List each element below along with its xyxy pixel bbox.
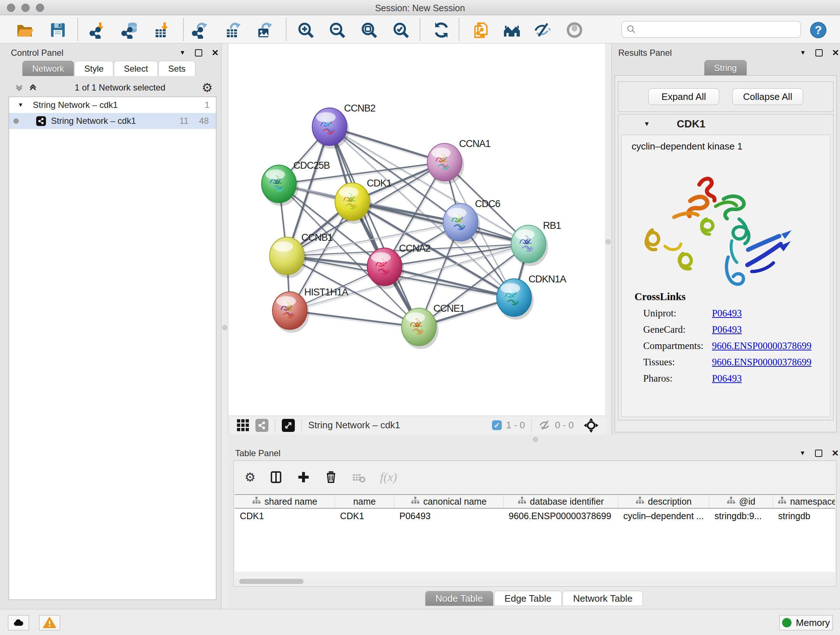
delete-column-icon[interactable] [324, 470, 338, 484]
save-session-icon[interactable] [49, 21, 67, 40]
table-cell[interactable]: CDK1 [335, 509, 394, 523]
tab-style[interactable]: Style [74, 61, 113, 76]
gene-description: cyclin–dependent kinase 1 [632, 141, 830, 152]
node-label-CCNA2: CCNA2 [399, 243, 431, 254]
namespace-tree-icon [727, 496, 736, 507]
network-node-HIST1H1A[interactable]: HIST1H1A [272, 287, 348, 333]
create-column-icon[interactable] [297, 470, 310, 484]
column-header--id[interactable]: @id [709, 495, 773, 508]
column-header-namespace[interactable]: namespace [773, 495, 835, 508]
edge-count: 48 [199, 116, 209, 126]
network-options-gear-icon[interactable]: ⚙︎ [202, 81, 213, 94]
tab-network[interactable]: Network [22, 61, 74, 76]
selected-count: 1 - 0 [506, 420, 525, 431]
table-cell[interactable]: CDK1 [235, 509, 335, 523]
string-tab-icon[interactable] [256, 419, 268, 432]
network-node-RB1[interactable]: RB1 [511, 220, 561, 266]
tab-node-table[interactable]: Node Table [425, 591, 493, 606]
network-row-selected[interactable]: String Network – cdk1 11 48 [9, 113, 216, 129]
export-image-icon[interactable] [256, 21, 274, 40]
table-hscrollbar-thumb[interactable] [239, 579, 303, 584]
birdseye-grid-icon[interactable] [237, 419, 249, 431]
panel-float-icon[interactable] [195, 49, 202, 57]
node-label-CCNB1: CCNB1 [302, 232, 333, 243]
table-collapse-icon[interactable]: ▼ [799, 450, 806, 457]
home-icon[interactable] [502, 21, 521, 40]
cloud-button[interactable] [8, 615, 29, 630]
crosslink-link[interactable]: P06493 [712, 324, 742, 335]
hide-selected-icon[interactable] [533, 21, 552, 40]
tab-network-table[interactable]: Network Table [562, 591, 643, 606]
help-icon[interactable]: ? [809, 21, 828, 40]
network-node-CCNB2[interactable]: CCNB2 [312, 103, 376, 149]
zoom-fit-icon[interactable] [360, 21, 378, 40]
column-header-name[interactable]: name [335, 495, 394, 508]
tree-expander-icon[interactable]: ▼ [18, 102, 24, 108]
collapse-all-button[interactable]: Collapse All [732, 88, 803, 105]
table-cell[interactable]: stringdb [773, 509, 835, 523]
network-node-CDKN1A[interactable]: CDKN1A [497, 274, 567, 320]
horizontal-splitter[interactable] [228, 434, 840, 445]
import-network-database-icon[interactable] [120, 21, 139, 40]
network-collection-row[interactable]: ▼ String Network – cdk1 1 [9, 97, 216, 113]
network-node-CCNA1[interactable]: CCNA1 [427, 138, 491, 184]
crosslink-link[interactable]: 9606.ENSP00000378699 [712, 340, 812, 352]
warning-button[interactable] [39, 615, 60, 630]
export-network-icon[interactable] [191, 21, 210, 40]
network-canvas[interactable]: CCNB2CCNA1CDC25BCDK1CDC6RB1CCNB1CCNA2CDK… [228, 43, 605, 416]
panel-close-icon[interactable]: ✕ [212, 48, 219, 58]
string-import-icon[interactable] [472, 21, 491, 40]
crosslink-link[interactable]: 9606.ENSP00000378699 [712, 356, 812, 368]
table-float-icon[interactable] [815, 450, 822, 457]
table-cell[interactable]: 9606.ENSP00000378699 [504, 509, 618, 523]
expand-all-icon[interactable] [27, 82, 38, 93]
search-field[interactable] [639, 24, 801, 35]
open-session-icon[interactable] [15, 21, 34, 40]
results-collapse-icon[interactable]: ▼ [800, 49, 806, 57]
crosslink-link[interactable]: P06493 [712, 308, 742, 319]
table-row[interactable]: CDK1CDK1P064939606.ENSP00000378699cyclin… [235, 509, 835, 523]
crosslink-label: GeneCard: [643, 324, 712, 335]
collapse-all-icon[interactable] [14, 82, 25, 93]
table-cell[interactable]: cyclin–dependent ... [618, 509, 709, 523]
zoom-in-icon[interactable] [296, 21, 315, 40]
show-all-icon[interactable] [565, 21, 584, 40]
table-cell[interactable]: stringdb:9... [709, 509, 773, 523]
import-table-icon[interactable] [153, 21, 172, 40]
tab-edge-table[interactable]: Edge Table [494, 591, 562, 606]
column-header-shared-name[interactable]: shared name [235, 495, 335, 508]
node-table[interactable]: shared namenamecanonical namedatabase id… [235, 494, 835, 572]
selected-nodes-checkbox[interactable]: ✓ [492, 420, 502, 430]
memory-button[interactable]: Memory [779, 615, 833, 630]
tab-select[interactable]: Select [114, 61, 158, 76]
fit-selected-crosshair-icon[interactable] [583, 417, 599, 433]
tab-string[interactable]: String [704, 60, 747, 75]
tab-sets[interactable]: Sets [158, 61, 195, 76]
table-options-gear-icon[interactable]: ⚙︎ [245, 471, 256, 483]
column-header-database-identifier[interactable]: database identifier [504, 495, 618, 508]
results-float-icon[interactable] [815, 49, 823, 57]
column-header-canonical-name[interactable]: canonical name [394, 495, 504, 508]
table-hscrollbar[interactable] [235, 578, 835, 585]
show-columns-icon[interactable] [269, 470, 283, 484]
apply-layout-icon[interactable] [432, 21, 451, 40]
node-label-RB1: RB1 [543, 220, 561, 231]
zoom-selected-icon[interactable] [392, 21, 410, 40]
zoom-out-icon[interactable] [328, 21, 347, 40]
panel-collapse-icon[interactable]: ▼ [180, 49, 186, 57]
table-close-icon[interactable]: ✕ [832, 448, 839, 458]
right-splitter-grip[interactable] [606, 239, 611, 244]
horizontal-splitter-grip[interactable] [533, 437, 538, 442]
crosslink-link[interactable]: P06493 [712, 373, 742, 384]
expand-all-button[interactable]: Expand All [648, 88, 719, 105]
results-close-icon[interactable]: ✕ [832, 48, 839, 58]
export-table-icon[interactable] [224, 21, 243, 40]
import-network-icon[interactable] [88, 21, 107, 40]
column-header-description[interactable]: description [618, 495, 709, 508]
table-cell[interactable]: P06493 [394, 509, 504, 523]
left-splitter-grip[interactable] [222, 325, 227, 330]
open-in-window-icon[interactable] [282, 419, 295, 432]
search-input[interactable] [622, 21, 801, 38]
network-node-CCNE1[interactable]: CCNE1 [401, 303, 465, 349]
entry-collapse-icon[interactable]: ▼ [644, 120, 650, 128]
